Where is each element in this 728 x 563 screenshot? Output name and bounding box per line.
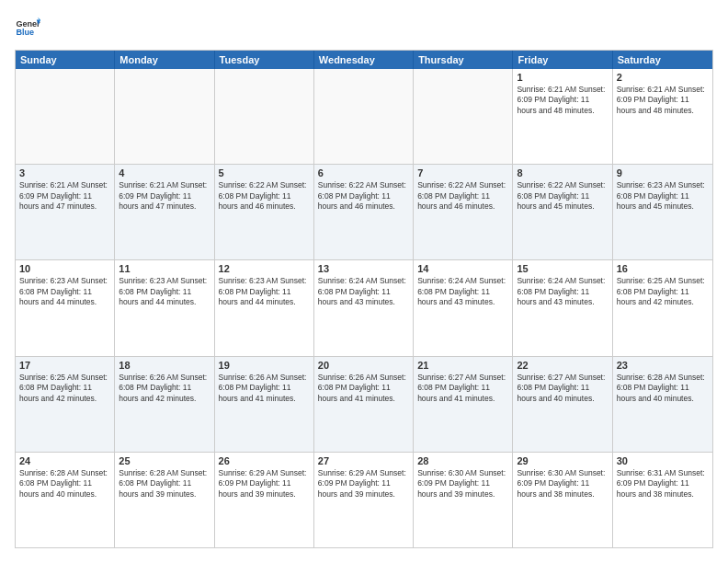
day-details: Sunrise: 6:25 AM Sunset: 6:08 PM Dayligh… (617, 276, 709, 307)
calendar-cell-24: 24Sunrise: 6:28 AM Sunset: 6:08 PM Dayli… (16, 453, 115, 547)
day-details: Sunrise: 6:21 AM Sunset: 6:09 PM Dayligh… (119, 180, 210, 212)
day-details: Sunrise: 6:22 AM Sunset: 6:08 PM Dayligh… (219, 180, 310, 212)
calendar-cell-21: 21Sunrise: 6:27 AM Sunset: 6:08 PM Dayli… (414, 357, 513, 452)
calendar-cell-empty-0 (16, 69, 115, 164)
day-number: 11 (119, 263, 210, 274)
calendar-cell-4: 4Sunrise: 6:21 AM Sunset: 6:09 PM Daylig… (115, 165, 214, 259)
calendar-cell-26: 26Sunrise: 6:29 AM Sunset: 6:09 PM Dayli… (215, 453, 314, 547)
calendar-cell-12: 12Sunrise: 6:23 AM Sunset: 6:08 PM Dayli… (215, 260, 314, 355)
day-number: 7 (417, 167, 508, 178)
day-details: Sunrise: 6:31 AM Sunset: 6:09 PM Dayligh… (617, 468, 709, 500)
header: General Blue (15, 15, 713, 40)
svg-text:Blue: Blue (16, 28, 34, 37)
day-details: Sunrise: 6:30 AM Sunset: 6:09 PM Dayligh… (517, 468, 608, 500)
calendar-cell-empty-1 (115, 69, 214, 164)
calendar-header: SundayMondayTuesdayWednesdayThursdayFrid… (16, 51, 712, 69)
calendar-cell-1: 1Sunrise: 6:21 AM Sunset: 6:09 PM Daylig… (513, 69, 612, 164)
calendar-cell-10: 10Sunrise: 6:23 AM Sunset: 6:08 PM Dayli… (16, 260, 115, 355)
day-number: 28 (417, 455, 508, 466)
weekday-monday: Monday (115, 51, 214, 69)
calendar-cell-23: 23Sunrise: 6:28 AM Sunset: 6:08 PM Dayli… (613, 357, 712, 452)
day-details: Sunrise: 6:27 AM Sunset: 6:08 PM Dayligh… (517, 373, 608, 404)
calendar-cell-19: 19Sunrise: 6:26 AM Sunset: 6:08 PM Dayli… (215, 357, 314, 452)
day-number: 10 (19, 263, 110, 274)
calendar-cell-3: 3Sunrise: 6:21 AM Sunset: 6:09 PM Daylig… (16, 165, 115, 259)
calendar-cell-20: 20Sunrise: 6:26 AM Sunset: 6:08 PM Dayli… (314, 357, 414, 452)
calendar-cell-30: 30Sunrise: 6:31 AM Sunset: 6:09 PM Dayli… (613, 453, 712, 547)
day-number: 21 (417, 360, 508, 371)
day-number: 1 (517, 72, 608, 83)
page: General Blue SundayMondayTuesdayWednesda… (0, 0, 728, 563)
calendar-row-2: 3Sunrise: 6:21 AM Sunset: 6:09 PM Daylig… (16, 164, 712, 259)
day-details: Sunrise: 6:26 AM Sunset: 6:08 PM Dayligh… (119, 373, 210, 404)
weekday-tuesday: Tuesday (215, 51, 314, 69)
calendar-cell-empty-3 (314, 69, 414, 164)
calendar-row-1: 1Sunrise: 6:21 AM Sunset: 6:09 PM Daylig… (16, 69, 712, 164)
weekday-saturday: Saturday (613, 51, 712, 69)
weekday-sunday: Sunday (16, 51, 115, 69)
calendar-cell-18: 18Sunrise: 6:26 AM Sunset: 6:08 PM Dayli… (115, 357, 214, 452)
day-number: 22 (517, 360, 608, 371)
day-number: 8 (517, 167, 608, 178)
calendar-cell-27: 27Sunrise: 6:29 AM Sunset: 6:09 PM Dayli… (314, 453, 414, 547)
day-number: 9 (617, 167, 709, 178)
calendar-cell-5: 5Sunrise: 6:22 AM Sunset: 6:08 PM Daylig… (215, 165, 314, 259)
calendar-cell-29: 29Sunrise: 6:30 AM Sunset: 6:09 PM Dayli… (513, 453, 612, 547)
day-number: 12 (219, 263, 310, 274)
day-details: Sunrise: 6:24 AM Sunset: 6:08 PM Dayligh… (417, 276, 508, 307)
calendar-cell-14: 14Sunrise: 6:24 AM Sunset: 6:08 PM Dayli… (414, 260, 513, 355)
day-details: Sunrise: 6:21 AM Sunset: 6:09 PM Dayligh… (517, 85, 608, 116)
logo-icon: General Blue (15, 15, 40, 40)
calendar-cell-15: 15Sunrise: 6:24 AM Sunset: 6:08 PM Dayli… (513, 260, 612, 355)
calendar-row-5: 24Sunrise: 6:28 AM Sunset: 6:08 PM Dayli… (16, 452, 712, 547)
calendar-cell-6: 6Sunrise: 6:22 AM Sunset: 6:08 PM Daylig… (314, 165, 414, 259)
day-details: Sunrise: 6:23 AM Sunset: 6:08 PM Dayligh… (219, 276, 310, 307)
calendar-cell-17: 17Sunrise: 6:25 AM Sunset: 6:08 PM Dayli… (16, 357, 115, 452)
weekday-wednesday: Wednesday (314, 51, 414, 69)
day-details: Sunrise: 6:23 AM Sunset: 6:08 PM Dayligh… (19, 276, 110, 307)
day-number: 20 (318, 360, 409, 371)
calendar-row-3: 10Sunrise: 6:23 AM Sunset: 6:08 PM Dayli… (16, 259, 712, 355)
day-number: 17 (19, 360, 110, 371)
calendar-cell-25: 25Sunrise: 6:28 AM Sunset: 6:08 PM Dayli… (115, 453, 214, 547)
calendar: SundayMondayTuesdayWednesdayThursdayFrid… (15, 50, 713, 548)
day-details: Sunrise: 6:22 AM Sunset: 6:08 PM Dayligh… (517, 180, 608, 212)
weekday-thursday: Thursday (414, 51, 513, 69)
calendar-cell-13: 13Sunrise: 6:24 AM Sunset: 6:08 PM Dayli… (314, 260, 414, 355)
day-details: Sunrise: 6:23 AM Sunset: 6:08 PM Dayligh… (617, 180, 709, 212)
calendar-body: 1Sunrise: 6:21 AM Sunset: 6:09 PM Daylig… (16, 69, 712, 547)
day-number: 3 (19, 167, 110, 178)
calendar-cell-9: 9Sunrise: 6:23 AM Sunset: 6:08 PM Daylig… (613, 165, 712, 259)
day-details: Sunrise: 6:23 AM Sunset: 6:08 PM Dayligh… (119, 276, 210, 307)
day-number: 2 (617, 72, 709, 83)
day-details: Sunrise: 6:29 AM Sunset: 6:09 PM Dayligh… (219, 468, 310, 500)
day-details: Sunrise: 6:28 AM Sunset: 6:08 PM Dayligh… (617, 373, 709, 404)
day-number: 24 (19, 455, 110, 466)
calendar-cell-28: 28Sunrise: 6:30 AM Sunset: 6:09 PM Dayli… (414, 453, 513, 547)
day-number: 27 (318, 455, 409, 466)
day-details: Sunrise: 6:30 AM Sunset: 6:09 PM Dayligh… (417, 468, 508, 500)
day-number: 30 (617, 455, 709, 466)
day-number: 4 (119, 167, 210, 178)
day-details: Sunrise: 6:22 AM Sunset: 6:08 PM Dayligh… (318, 180, 409, 212)
day-number: 23 (617, 360, 709, 371)
day-number: 15 (517, 263, 608, 274)
logo: General Blue (15, 15, 44, 40)
calendar-row-4: 17Sunrise: 6:25 AM Sunset: 6:08 PM Dayli… (16, 356, 712, 452)
day-details: Sunrise: 6:24 AM Sunset: 6:08 PM Dayligh… (318, 276, 409, 307)
day-details: Sunrise: 6:22 AM Sunset: 6:08 PM Dayligh… (417, 180, 508, 212)
day-number: 14 (417, 263, 508, 274)
calendar-cell-16: 16Sunrise: 6:25 AM Sunset: 6:08 PM Dayli… (613, 260, 712, 355)
day-details: Sunrise: 6:29 AM Sunset: 6:09 PM Dayligh… (318, 468, 409, 500)
day-details: Sunrise: 6:21 AM Sunset: 6:09 PM Dayligh… (19, 180, 110, 212)
day-details: Sunrise: 6:26 AM Sunset: 6:08 PM Dayligh… (318, 373, 409, 404)
day-number: 19 (219, 360, 310, 371)
day-number: 29 (517, 455, 608, 466)
day-number: 16 (617, 263, 709, 274)
calendar-cell-22: 22Sunrise: 6:27 AM Sunset: 6:08 PM Dayli… (513, 357, 612, 452)
day-number: 13 (318, 263, 409, 274)
calendar-cell-empty-4 (414, 69, 513, 164)
day-number: 5 (219, 167, 310, 178)
day-details: Sunrise: 6:28 AM Sunset: 6:08 PM Dayligh… (119, 468, 210, 500)
day-number: 18 (119, 360, 210, 371)
